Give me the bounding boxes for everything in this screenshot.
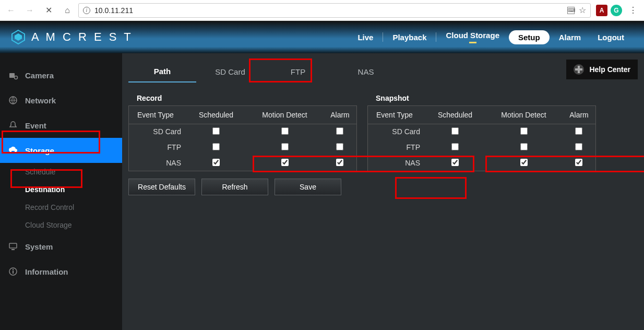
information-icon — [7, 266, 19, 277]
record-nas-scheduled-checkbox[interactable] — [212, 159, 220, 166]
cell-scheduled — [186, 124, 246, 139]
record-sdcard-motion-checkbox[interactable] — [281, 127, 289, 135]
sidebar-item-information[interactable]: Information — [0, 259, 122, 284]
cell-motion — [485, 124, 563, 139]
help-center-button[interactable]: Help Center — [566, 60, 638, 79]
grammarly-icon[interactable]: G — [611, 5, 622, 16]
snapshot-title: Snapshot — [367, 91, 596, 105]
nav-cloud-storage[interactable]: Cloud Storage — [438, 31, 507, 43]
browser-toolbar: ← → ✕ ⌂ i 10.0.11.211 ⌨ ☆ A G ⋮ — [0, 0, 644, 21]
nav-playback[interactable]: Playback — [385, 33, 434, 42]
record-panel: Record Event Type Scheduled Motion Detec… — [128, 91, 357, 171]
cell-scheduled — [425, 139, 485, 155]
row-label: NAS — [129, 155, 186, 171]
address-bar[interactable]: i 10.0.11.211 ⌨ ☆ — [78, 3, 591, 18]
save-button[interactable]: Save — [275, 179, 341, 195]
record-title: Record — [128, 91, 357, 105]
cell-alarm — [324, 124, 356, 139]
sidebar-sub-cloud-storage[interactable]: Cloud Storage — [0, 216, 122, 234]
row-label: SD Card — [368, 124, 425, 139]
th-scheduled: Scheduled — [425, 106, 485, 124]
nav-alarm[interactable]: Alarm — [552, 33, 589, 42]
sidebar-sub-schedule[interactable]: Schedule — [0, 163, 122, 181]
snapshot-ftp-motion-checkbox[interactable] — [520, 143, 528, 150]
app-body: Camera Network Event Storage Sched — [0, 53, 644, 330]
snapshot-nas-motion-checkbox[interactable] — [520, 159, 528, 166]
record-sdcard-scheduled-checkbox[interactable] — [212, 127, 220, 135]
table-row: FTP — [129, 139, 356, 155]
cell-scheduled — [425, 124, 485, 139]
camera-icon — [7, 70, 19, 80]
sidebar-item-event[interactable]: Event — [0, 113, 122, 138]
keyboard-icon[interactable]: ⌨ — [567, 7, 575, 14]
nav-live[interactable]: Live — [350, 33, 380, 42]
app-container: A M C R E S T Live Playback Cloud Storag… — [0, 21, 644, 330]
reset-defaults-button[interactable]: Reset Defaults — [128, 179, 195, 195]
table-row: FTP — [368, 139, 595, 155]
cell-alarm — [324, 139, 356, 155]
sidebar-item-camera[interactable]: Camera — [0, 63, 122, 88]
record-ftp-alarm-checkbox[interactable] — [336, 143, 343, 150]
info-icon[interactable]: i — [83, 7, 90, 14]
snapshot-nas-scheduled-checkbox[interactable] — [451, 159, 459, 166]
snapshot-tbody: SD CardFTPNAS — [368, 124, 595, 171]
th-alarm: Alarm — [324, 106, 356, 124]
system-icon — [7, 241, 19, 252]
star-icon[interactable]: ☆ — [579, 5, 586, 15]
sidebar-item-network[interactable]: Network — [0, 88, 122, 113]
button-row: Reset Defaults Refresh Save — [128, 179, 638, 195]
tab-nas[interactable]: NAS — [332, 61, 400, 82]
storage-icon — [7, 145, 19, 156]
snapshot-nas-alarm-checkbox[interactable] — [575, 159, 582, 166]
record-nas-motion-checkbox[interactable] — [281, 159, 289, 166]
svg-rect-9 — [13, 270, 14, 274]
sidebar-item-storage[interactable]: Storage — [0, 138, 122, 163]
record-table: Event Type Scheduled Motion Detect Alarm… — [129, 106, 356, 171]
th-motion: Motion Detect — [246, 106, 324, 124]
home-button[interactable]: ⌂ — [59, 3, 75, 18]
record-nas-alarm-checkbox[interactable] — [336, 159, 343, 166]
tab-sdcard[interactable]: SD Card — [196, 61, 264, 82]
app-header: A M C R E S T Live Playback Cloud Storag… — [0, 21, 644, 53]
sidebar-sub-destination[interactable]: Destination — [0, 181, 122, 198]
record-ftp-scheduled-checkbox[interactable] — [212, 143, 220, 150]
cell-motion — [485, 155, 563, 171]
network-icon — [7, 95, 19, 105]
content-area: Path SD Card FTP NAS Help Center Record — [122, 53, 644, 330]
sidebar-sub-record-control[interactable]: Record Control — [0, 198, 122, 216]
snapshot-panel: Snapshot Event Type Scheduled Motion Det… — [367, 91, 596, 171]
record-sdcard-alarm-checkbox[interactable] — [336, 127, 343, 135]
cell-scheduled — [425, 155, 485, 171]
record-ftp-motion-checkbox[interactable] — [281, 143, 289, 150]
sidebar-label: Camera — [25, 71, 54, 80]
table-row: NAS — [368, 155, 595, 171]
table-row: SD Card — [129, 124, 356, 139]
nav-logout[interactable]: Logout — [590, 33, 631, 42]
tab-path[interactable]: Path — [128, 61, 196, 82]
menu-icon[interactable]: ⋮ — [625, 3, 641, 18]
nav-setup[interactable]: Setup — [509, 30, 550, 44]
snapshot-sdcard-motion-checkbox[interactable] — [520, 127, 528, 135]
help-center-label: Help Center — [589, 65, 630, 74]
snapshot-ftp-scheduled-checkbox[interactable] — [451, 143, 459, 150]
forward-button[interactable]: → — [22, 3, 38, 18]
sidebar-item-system[interactable]: System — [0, 234, 122, 259]
back-button[interactable]: ← — [3, 3, 19, 18]
sidebar: Camera Network Event Storage Sched — [0, 53, 122, 330]
refresh-button[interactable]: Refresh — [201, 179, 268, 195]
stop-button[interactable]: ✕ — [41, 3, 56, 18]
snapshot-sdcard-scheduled-checkbox[interactable] — [451, 127, 459, 135]
snapshot-sdcard-alarm-checkbox[interactable] — [575, 127, 582, 135]
cell-alarm — [563, 139, 595, 155]
brand: A M C R E S T — [10, 29, 133, 45]
th-event-type: Event Type — [129, 106, 186, 124]
table-row: NAS — [129, 155, 356, 171]
sidebar-label: Information — [25, 267, 68, 276]
adobe-icon[interactable]: A — [596, 5, 607, 16]
snapshot-ftp-alarm-checkbox[interactable] — [575, 143, 582, 150]
cell-scheduled — [186, 139, 246, 155]
cell-alarm — [563, 124, 595, 139]
th-event-type: Event Type — [368, 106, 425, 124]
header-nav: Live Playback Cloud Storage Setup Alarm … — [350, 21, 631, 53]
tab-ftp[interactable]: FTP — [264, 61, 332, 82]
